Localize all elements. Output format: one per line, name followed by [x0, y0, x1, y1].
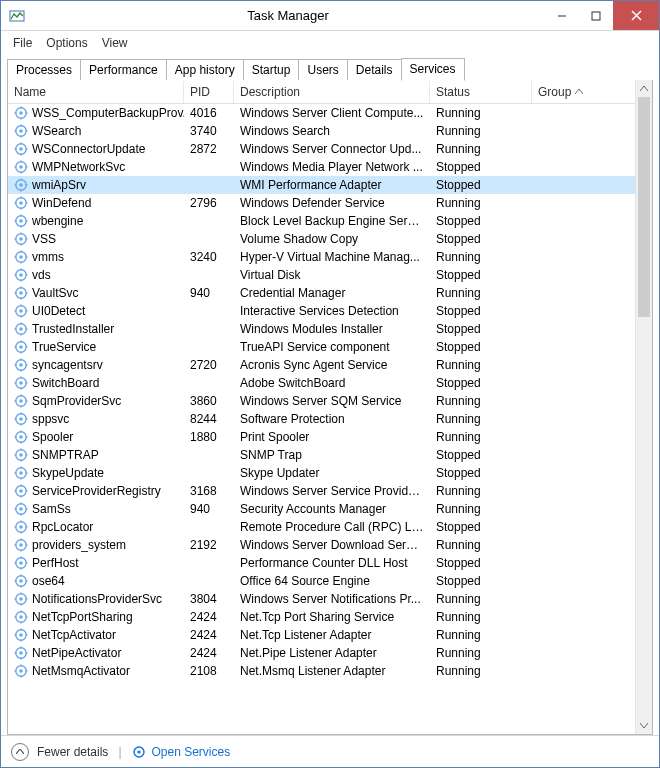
table-row[interactable]: wbengineBlock Level Backup Engine Servic…	[8, 212, 635, 230]
svg-point-198	[137, 750, 140, 753]
column-header-name[interactable]: Name	[8, 81, 184, 103]
svg-point-114	[19, 435, 23, 439]
service-icon	[14, 412, 28, 426]
service-pid: 2192	[184, 537, 234, 553]
table-row[interactable]: ose64Office 64 Source EngineStopped	[8, 572, 635, 590]
service-icon	[14, 592, 28, 606]
table-row[interactable]: SkypeUpdateSkype UpdaterStopped	[8, 464, 635, 482]
table-row[interactable]: SamSs940Security Accounts ManagerRunning	[8, 500, 635, 518]
table-row[interactable]: vmms3240Hyper-V Virtual Machine Manag...…	[8, 248, 635, 266]
table-row[interactable]: PerfHostPerformance Counter DLL HostStop…	[8, 554, 635, 572]
service-name: SNMPTRAP	[32, 448, 99, 462]
menu-options[interactable]: Options	[40, 34, 93, 52]
tab-startup[interactable]: Startup	[243, 59, 300, 81]
service-icon	[14, 628, 28, 642]
table-row[interactable]: RpcLocatorRemote Procedure Call (RPC) Lo…	[8, 518, 635, 536]
window-controls	[545, 1, 659, 30]
svg-point-138	[19, 507, 23, 511]
table-row[interactable]: NetTcpPortSharing2424Net.Tcp Port Sharin…	[8, 608, 635, 626]
svg-point-180	[19, 633, 23, 637]
tab-content: Name PID Description Status Group WSS_Co…	[7, 80, 653, 735]
service-status: Stopped	[430, 159, 532, 175]
tab-processes[interactable]: Processes	[7, 59, 81, 81]
svg-point-150	[19, 543, 23, 547]
service-description: Net.Msmq Listener Adapter	[234, 663, 430, 679]
table-row[interactable]: WSS_ComputerBackupProv...4016Windows Ser…	[8, 104, 635, 122]
open-services-link[interactable]: Open Services	[132, 745, 231, 759]
menu-file[interactable]: File	[7, 34, 38, 52]
service-description: Windows Server Client Compute...	[234, 105, 430, 121]
service-status: Stopped	[430, 321, 532, 337]
table-row[interactable]: TrueServiceTrueAPI Service componentStop…	[8, 338, 635, 356]
minimize-button[interactable]	[545, 1, 579, 30]
service-pid: 3168	[184, 483, 234, 499]
scrollbar-thumb[interactable]	[638, 97, 650, 317]
svg-point-30	[19, 183, 23, 187]
service-group	[532, 436, 592, 438]
service-name: ose64	[32, 574, 65, 588]
table-row[interactable]: ServiceProviderRegistry3168Windows Serve…	[8, 482, 635, 500]
service-group	[532, 616, 592, 618]
service-pid	[184, 166, 234, 168]
table-row[interactable]: providers_system2192Windows Server Downl…	[8, 536, 635, 554]
table-row[interactable]: VaultSvc940Credential ManagerRunning	[8, 284, 635, 302]
table-row[interactable]: WinDefend2796Windows Defender ServiceRun…	[8, 194, 635, 212]
maximize-button[interactable]	[579, 1, 613, 30]
column-header-pid[interactable]: PID	[184, 81, 234, 103]
tab-performance[interactable]: Performance	[80, 59, 167, 81]
column-header-group[interactable]: Group	[532, 81, 592, 103]
service-icon	[14, 448, 28, 462]
table-row[interactable]: WSConnectorUpdate2872Windows Server Conn…	[8, 140, 635, 158]
service-pid	[184, 526, 234, 528]
table-row[interactable]: wmiApSrvWMI Performance AdapterStopped	[8, 176, 635, 194]
table-row[interactable]: vdsVirtual DiskStopped	[8, 266, 635, 284]
table-row[interactable]: SNMPTRAPSNMP TrapStopped	[8, 446, 635, 464]
column-header-description[interactable]: Description	[234, 81, 430, 103]
table-row[interactable]: SwitchBoardAdobe SwitchBoardStopped	[8, 374, 635, 392]
table-row[interactable]: NetTcpActivator2424Net.Tcp Listener Adap…	[8, 626, 635, 644]
service-icon	[14, 214, 28, 228]
service-pid	[184, 562, 234, 564]
scroll-down-button[interactable]	[636, 717, 652, 734]
tab-app-history[interactable]: App history	[166, 59, 244, 81]
table-row[interactable]: NotificationsProviderSvc3804Windows Serv…	[8, 590, 635, 608]
services-table: Name PID Description Status Group WSS_Co…	[8, 80, 652, 734]
fewer-details-button[interactable]: Fewer details	[11, 743, 108, 761]
close-button[interactable]	[613, 1, 659, 30]
service-name: TrueService	[32, 340, 96, 354]
table-row[interactable]: NetPipeActivator2424Net.Pipe Listener Ad…	[8, 644, 635, 662]
table-row[interactable]: Spooler1880Print SpoolerRunning	[8, 428, 635, 446]
service-description: Net.Tcp Listener Adapter	[234, 627, 430, 643]
table-row[interactable]: sppsvc8244Software ProtectionRunning	[8, 410, 635, 428]
service-pid	[184, 454, 234, 456]
table-row[interactable]: NetMsmqActivator2108Net.Msmq Listener Ad…	[8, 662, 635, 680]
table-row[interactable]: WSearch3740Windows SearchRunning	[8, 122, 635, 140]
table-row[interactable]: WMPNetworkSvcWindows Media Player Networ…	[8, 158, 635, 176]
service-status: Running	[430, 195, 532, 211]
column-header-status[interactable]: Status	[430, 81, 532, 103]
service-pid: 2720	[184, 357, 234, 373]
service-group	[532, 454, 592, 456]
service-name: providers_system	[32, 538, 126, 552]
table-row[interactable]: VSSVolume Shadow CopyStopped	[8, 230, 635, 248]
service-status: Running	[430, 123, 532, 139]
tab-details[interactable]: Details	[347, 59, 402, 81]
task-manager-window: Task Manager FileOptionsView ProcessesPe…	[0, 0, 660, 768]
svg-point-6	[19, 111, 23, 115]
scroll-up-button[interactable]	[636, 80, 652, 97]
table-row[interactable]: TrustedInstallerWindows Modules Installe…	[8, 320, 635, 338]
service-group	[532, 472, 592, 474]
service-pid: 940	[184, 285, 234, 301]
table-row[interactable]: syncagentsrv2720Acronis Sync Agent Servi…	[8, 356, 635, 374]
tab-services[interactable]: Services	[401, 58, 465, 81]
tab-users[interactable]: Users	[298, 59, 347, 81]
table-row[interactable]: UI0DetectInteractive Services DetectionS…	[8, 302, 635, 320]
service-pid: 2796	[184, 195, 234, 211]
service-pid: 2872	[184, 141, 234, 157]
menu-view[interactable]: View	[96, 34, 134, 52]
service-group	[532, 562, 592, 564]
service-name: TrustedInstaller	[32, 322, 114, 336]
table-row[interactable]: SqmProviderSvc3860Windows Server SQM Ser…	[8, 392, 635, 410]
vertical-scrollbar[interactable]	[635, 80, 652, 734]
column-header-group-label: Group	[538, 85, 571, 99]
